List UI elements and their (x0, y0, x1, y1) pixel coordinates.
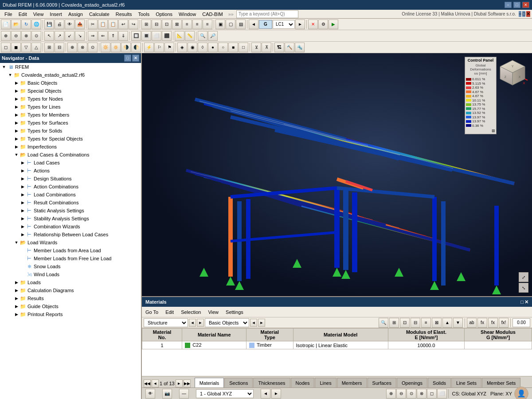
menu-window[interactable]: Window (176, 11, 199, 18)
results-expand[interactable]: ▶ (13, 295, 20, 301)
r2-btn5[interactable]: ↖ (44, 31, 54, 41)
page-last-btn[interactable]: ▶▶ (184, 379, 191, 387)
mat-tb-1[interactable]: 🔍 (379, 318, 388, 328)
tree-action-combinations[interactable]: ▶ ⊢ Action Combinations (0, 183, 141, 191)
tspecial-expand[interactable]: ▶ (13, 136, 20, 142)
r2-btn14[interactable]: 🔳 (141, 31, 151, 41)
r3-btn1[interactable]: ◻ (1, 43, 11, 52)
r3-btn15[interactable]: ⚐ (154, 43, 164, 52)
file-expand-icon[interactable]: ▼ (7, 72, 13, 78)
tree-result-combinations[interactable]: ▶ ⊢ Result Combinations (0, 199, 141, 207)
navigator-restore-btn[interactable]: □ (124, 55, 131, 62)
tree-file-node[interactable]: ▼ 📁 Covaleda_estado_actual2.rf6 (0, 71, 141, 79)
menu-tools[interactable]: Tools (135, 11, 152, 18)
lcc-expand[interactable]: ▼ (13, 152, 20, 158)
r2-btn4[interactable]: ⊙ (31, 31, 41, 41)
ds-expand[interactable]: ▶ (20, 176, 26, 182)
r3-btn27[interactable]: 🔨 (285, 43, 294, 52)
open-btn[interactable]: 📂 (11, 20, 21, 29)
paste-btn[interactable]: 📋 (108, 20, 118, 29)
r3-btn25[interactable]: ⊼ (262, 43, 271, 52)
rfem-expand-icon[interactable]: ▼ (1, 64, 7, 70)
mfl-expand[interactable] (20, 255, 26, 262)
redo-btn[interactable]: ↪ (129, 20, 138, 29)
menu-options[interactable]: Options (153, 11, 175, 18)
tree-snow-loads[interactable]: ❄ Snow Loads (0, 262, 141, 270)
mat-selection-btn[interactable]: Selection (179, 309, 203, 316)
mal-expand[interactable] (20, 247, 26, 254)
r2-btn18[interactable]: 📏 (185, 31, 195, 41)
mat-tb-9[interactable]: ab (467, 318, 477, 328)
tab-sections[interactable]: Sections (224, 378, 253, 387)
mat-maximize-btn[interactable]: □ (520, 299, 524, 305)
r3-btn17[interactable]: ◈ (177, 43, 187, 52)
r2-btn7[interactable]: ↙ (65, 31, 74, 41)
mat-goto-btn[interactable]: Go To (144, 309, 160, 316)
tb-run-btn[interactable]: ▶ (329, 20, 338, 29)
save-btn[interactable]: 💾 (44, 20, 54, 29)
mat-tb-4[interactable]: ⊟ (411, 318, 420, 328)
page-next-btn[interactable]: ► (176, 379, 183, 387)
tmembers-expand[interactable]: ▶ (13, 112, 20, 118)
r2-btn6[interactable]: ↗ (55, 31, 64, 41)
tree-design-situations[interactable]: ▶ ⊢ Design Situations (0, 175, 141, 183)
r2-btn15[interactable]: ⬜ (152, 31, 161, 41)
lw-expand[interactable]: ▼ (13, 239, 20, 246)
basic-arrow-right[interactable]: ► (258, 319, 265, 327)
tb-btn-5[interactable]: ≡ (182, 20, 192, 29)
page-prev-btn[interactable]: ◄ (152, 379, 159, 387)
tb-calc-btn2[interactable]: ⚙ (318, 20, 328, 29)
menu-results[interactable]: Results (113, 11, 135, 18)
panel-minimize-btn[interactable]: − (519, 11, 521, 17)
mat-tb-3[interactable]: ⊡ (400, 318, 410, 328)
status-settings-btn[interactable]: — (179, 389, 189, 399)
tree-load-cases-comb[interactable]: ▼ 📂 Load Cases & Combinations (0, 151, 141, 159)
tree-types-members[interactable]: ▶ 📁 Types for Members (0, 111, 141, 119)
tb-btn-1[interactable]: ⊞ (141, 20, 151, 29)
undo-btn[interactable]: ↩ (118, 20, 128, 29)
structure-select[interactable]: Structure (144, 318, 188, 327)
cp-expand-btn[interactable]: ⊞ (466, 129, 495, 133)
r2-btn3[interactable]: ⊗ (21, 31, 31, 41)
print-btn[interactable]: 🖨 (55, 20, 64, 29)
rc-expand[interactable]: ▶ (20, 200, 26, 206)
tree-guide-objects[interactable]: ▶ 📁 Guide Objects (0, 302, 141, 310)
tsurfaces-expand[interactable]: ▶ (13, 120, 20, 126)
tree-calc-diagrams[interactable]: ▶ 📁 Calculation Diagrams (0, 286, 141, 294)
struct-arrow-left[interactable]: ◄ (189, 319, 196, 327)
status-r5[interactable]: ◻ (427, 389, 437, 399)
r3-btn22[interactable]: ■ (228, 43, 238, 52)
lc-arrow-right[interactable]: ► (295, 20, 305, 29)
page-first-btn[interactable]: ◀◀ (144, 379, 151, 387)
panel-maximize-btn[interactable]: □ (522, 11, 525, 17)
sa-expand[interactable]: ▶ (20, 207, 26, 214)
tree-imperfections[interactable]: ▶ 📁 Imperfections (0, 143, 141, 151)
r3-btn14[interactable]: ⚡ (144, 43, 154, 52)
tree-basic-objects[interactable]: ▶ 📁 Basic Objects (0, 79, 141, 87)
r3-btn8[interactable]: ⊗ (78, 43, 87, 52)
menu-calculate[interactable]: Calculate (86, 11, 112, 18)
tree-load-cases[interactable]: ▶ ⊢ Load Cases (0, 159, 141, 167)
tb-btn-9[interactable]: ▢ (226, 20, 235, 29)
navigator-close-btn[interactable]: ✕ (132, 55, 139, 62)
tnodes-expand[interactable]: ▶ (13, 96, 20, 102)
r2-btn13[interactable]: 🔲 (131, 31, 141, 41)
r2-btn20[interactable]: 🔎 (208, 31, 218, 41)
tree-root-rfem[interactable]: ▼ 🖥 RFEM (0, 63, 141, 71)
status-r3[interactable]: ⊙ (407, 389, 416, 399)
tree-types-solids[interactable]: ▶ 📁 Types for Solids (0, 127, 141, 135)
r3-btn18[interactable]: ◉ (188, 43, 197, 52)
sl-expand[interactable] (20, 263, 26, 270)
tab-materials[interactable]: Materials (195, 378, 224, 387)
lc-selector[interactable]: LC1 (273, 20, 295, 29)
r3-btn16[interactable]: ⚑ (164, 43, 174, 52)
r3-btn7[interactable]: ⊕ (67, 43, 77, 52)
tb-btn-6[interactable]: ≡ (192, 20, 202, 29)
menu-assign[interactable]: Assign (66, 11, 86, 18)
mat-tb-10[interactable]: fx (477, 318, 487, 328)
r3-btn4[interactable]: △ (31, 43, 41, 52)
struct-arrow-right[interactable]: ► (197, 319, 204, 327)
tree-printout-reports[interactable]: ▶ 📁 Printout Reports (0, 310, 141, 318)
tree-types-nodes[interactable]: ▶ 📁 Types for Nodes (0, 95, 141, 103)
preview-btn[interactable]: 👁 (65, 20, 74, 29)
